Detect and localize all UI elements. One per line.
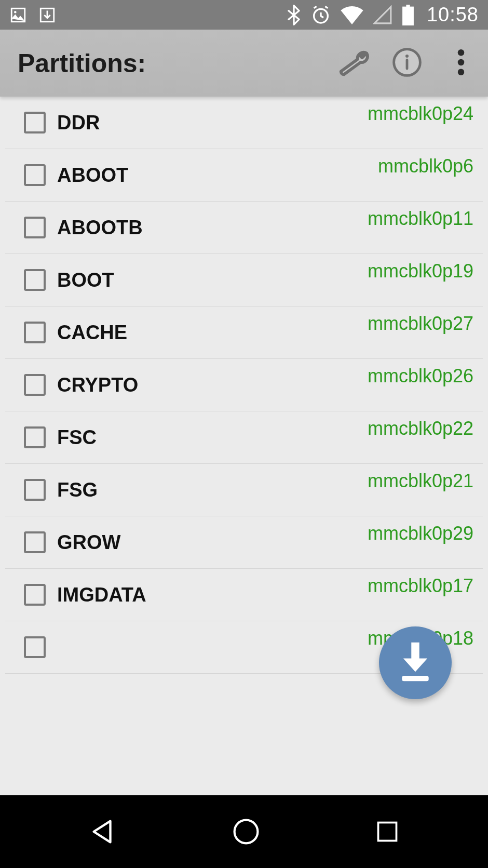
wifi-icon	[341, 6, 363, 24]
home-circle-icon	[232, 817, 261, 846]
recents-square-icon	[374, 819, 400, 845]
svg-point-7	[405, 54, 409, 57]
partition-name: CRYPTO	[57, 374, 138, 396]
partition-device: mmcblk0p21	[368, 464, 475, 492]
app-bar: Partitions:	[0, 30, 488, 97]
partition-row[interactable]: IMGDATAmmcblk0p17	[5, 569, 483, 621]
svg-point-12	[235, 820, 258, 844]
svg-rect-13	[378, 823, 396, 841]
picture-icon	[9, 6, 27, 24]
download-arrow-icon	[395, 638, 436, 687]
battery-icon	[402, 5, 414, 25]
overflow-menu-button[interactable]	[444, 47, 478, 80]
partition-device: mmcblk0p19	[368, 254, 475, 282]
status-bar-right: 10:58	[287, 4, 479, 26]
alarm-icon	[310, 5, 331, 25]
status-bar-left	[9, 6, 56, 24]
download-fab[interactable]	[379, 626, 452, 699]
svg-point-1	[14, 11, 17, 14]
partition-row[interactable]: GROWmmcblk0p29	[5, 516, 483, 569]
partition-device: mmcblk0p26	[368, 359, 475, 387]
partition-device: mmcblk0p11	[368, 202, 475, 230]
svg-rect-4	[402, 6, 414, 25]
partition-checkbox[interactable]	[24, 374, 46, 396]
partition-name: ABOOT	[57, 164, 128, 186]
page-title: Partitions:	[18, 48, 146, 78]
back-triangle-icon	[88, 817, 118, 847]
partition-name: IMGDATA	[57, 584, 146, 606]
partition-row[interactable]: FSCmmcblk0p22	[5, 411, 483, 464]
back-button[interactable]	[88, 817, 118, 847]
partition-checkbox[interactable]	[24, 164, 46, 186]
partition-row[interactable]: ABOOTBmmcblk0p11	[5, 202, 483, 254]
svg-point-10	[458, 69, 465, 75]
bottom-gap	[0, 738, 488, 795]
recents-button[interactable]	[374, 819, 400, 845]
wrench-icon	[335, 48, 371, 79]
partition-device: mmcblk0p29	[368, 516, 475, 544]
partition-checkbox[interactable]	[24, 112, 46, 133]
status-bar: 10:58	[0, 0, 488, 30]
svg-point-8	[458, 49, 465, 56]
system-nav-bar	[0, 795, 488, 868]
svg-rect-5	[406, 5, 410, 7]
partition-checkbox[interactable]	[24, 426, 46, 448]
partition-checkbox[interactable]	[24, 479, 46, 501]
svg-rect-11	[402, 676, 428, 681]
download-icon	[38, 6, 56, 24]
partition-name: BOOT	[57, 269, 114, 291]
info-button[interactable]	[390, 47, 424, 80]
partition-device: mmcblk0p17	[368, 569, 475, 597]
partition-checkbox[interactable]	[24, 636, 46, 658]
partition-checkbox[interactable]	[24, 531, 46, 553]
more-vert-icon	[457, 49, 465, 77]
settings-button[interactable]	[336, 47, 370, 80]
partition-device: mmcblk0p27	[368, 306, 475, 335]
partition-device: mmcblk0p24	[368, 97, 475, 125]
partition-name: FSC	[57, 426, 97, 449]
partition-row[interactable]: DDRmmcblk0p24	[5, 97, 483, 149]
partition-name: CACHE	[57, 322, 127, 344]
partition-name: ABOOTB	[57, 217, 143, 239]
partition-name: DDR	[57, 112, 100, 134]
partition-row[interactable]: BOOTmmcblk0p19	[5, 254, 483, 306]
partition-row[interactable]: CRYPTOmmcblk0p26	[5, 359, 483, 411]
partition-name: GROW	[57, 531, 120, 554]
partition-checkbox[interactable]	[24, 584, 46, 606]
partition-row[interactable]: CACHEmmcblk0p27	[5, 306, 483, 359]
bluetooth-icon	[287, 5, 301, 25]
status-clock: 10:58	[427, 4, 479, 26]
home-button[interactable]	[232, 817, 261, 846]
partition-row[interactable]: ABOOTmmcblk0p6	[5, 149, 483, 202]
partition-row[interactable]: FSGmmcblk0p21	[5, 464, 483, 516]
cell-signal-icon	[373, 5, 392, 25]
partition-checkbox[interactable]	[24, 322, 46, 343]
partition-checkbox[interactable]	[24, 217, 46, 238]
screen: 10:58 Partitions:	[0, 0, 488, 868]
partition-list-container: DDRmmcblk0p24ABOOTmmcblk0p6ABOOTBmmcblk0…	[0, 97, 488, 738]
partition-device: mmcblk0p6	[378, 149, 475, 177]
partition-device: mmcblk0p22	[368, 411, 475, 439]
svg-point-9	[458, 59, 465, 65]
info-icon	[392, 47, 422, 79]
partition-checkbox[interactable]	[24, 269, 46, 291]
partition-name: FSG	[57, 479, 98, 501]
partition-list[interactable]: DDRmmcblk0p24ABOOTmmcblk0p6ABOOTBmmcblk0…	[0, 97, 488, 674]
